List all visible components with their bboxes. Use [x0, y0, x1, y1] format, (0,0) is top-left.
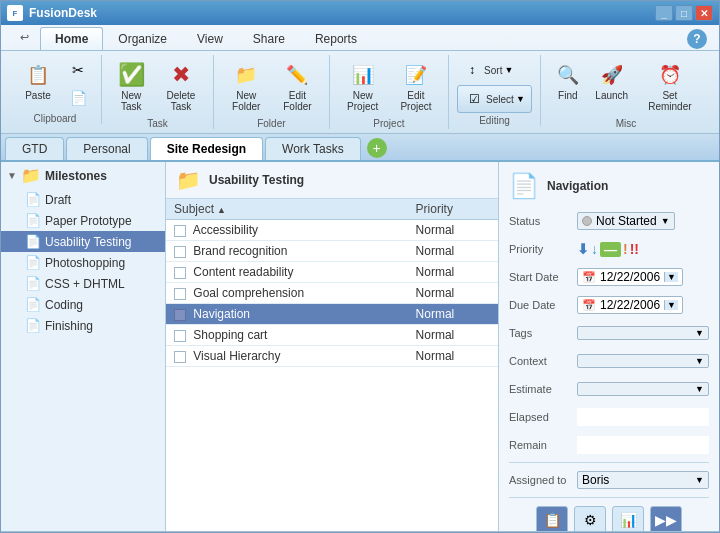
sidebar-item-photoshopping[interactable]: 📄 Photoshopping — [1, 252, 165, 273]
project-buttons: 📊 New Project 📝 Edit Project — [338, 55, 441, 116]
copy-button[interactable]: 📄 — [63, 85, 93, 111]
detail-title: 📄 Navigation — [509, 172, 709, 200]
task-checkbox[interactable] — [174, 225, 186, 237]
col-subject[interactable]: Subject ▲ — [166, 199, 408, 220]
status-label: Status — [509, 215, 577, 227]
table-row[interactable]: Navigation Normal — [166, 304, 498, 325]
editing-group: ↕ Sort ▼ ☑ Select ▼ Editing — [449, 55, 541, 126]
task-checkbox[interactable] — [174, 330, 186, 342]
priority-critical-icon[interactable]: !! — [630, 241, 639, 257]
sort-icon: ↕ — [462, 60, 482, 80]
tab-view[interactable]: View — [182, 27, 238, 50]
sort-arrow: ▲ — [217, 205, 226, 215]
edit-project-button[interactable]: 📝 Edit Project — [392, 57, 440, 116]
tab-work-tasks[interactable]: Work Tasks — [265, 137, 361, 160]
tab-bar: GTD Personal Site Redesign Work Tasks + — [1, 134, 719, 162]
misc-label: Misc — [616, 118, 637, 129]
maximize-button[interactable]: □ — [675, 5, 693, 21]
sort-button[interactable]: ↕ Sort ▼ — [457, 57, 532, 83]
tab-reports[interactable]: Reports — [300, 27, 372, 50]
remain-value — [577, 436, 709, 454]
tab-share[interactable]: Share — [238, 27, 300, 50]
photoshopping-icon: 📄 — [25, 255, 41, 270]
estimate-dropdown[interactable]: ▼ — [577, 382, 709, 396]
tags-dropdown[interactable]: ▼ — [577, 326, 709, 340]
launch-icon: 🚀 — [598, 61, 626, 89]
minimize-button[interactable]: _ — [655, 5, 673, 21]
tab-personal[interactable]: Personal — [66, 137, 147, 160]
task-list-panel: 📁 Usability Testing Subject ▲ Priority — [166, 162, 499, 531]
close-button[interactable]: ✕ — [695, 5, 713, 21]
sidebar-item-css-dhtml[interactable]: 📄 CSS + DHTML — [1, 273, 165, 294]
assigned-to-dropdown[interactable]: Boris ▼ — [577, 471, 709, 489]
priority-high-icon[interactable]: ! — [623, 241, 628, 257]
task-checkbox[interactable] — [174, 351, 186, 363]
sidebar-item-coding[interactable]: 📄 Coding — [1, 294, 165, 315]
help-button[interactable]: ? — [687, 29, 707, 49]
task-checkbox[interactable] — [174, 288, 186, 300]
due-date-field[interactable]: 📅 12/22/2006 ▼ — [577, 296, 683, 314]
paper-prototype-label: Paper Prototype — [45, 214, 132, 228]
new-task-button[interactable]: ✅ New Task — [110, 57, 153, 116]
add-tab-button[interactable]: + — [367, 138, 387, 158]
start-date-label: Start Date — [509, 271, 577, 283]
table-row[interactable]: Brand recognition Normal — [166, 241, 498, 262]
table-row[interactable]: Goal comprehension Normal — [166, 283, 498, 304]
sidebar-item-finishing[interactable]: 📄 Finishing — [1, 315, 165, 336]
new-project-button[interactable]: 📊 New Project — [338, 57, 388, 116]
editing-buttons: ↕ Sort ▼ ☑ Select ▼ — [457, 55, 532, 113]
title-bar: F FusionDesk _ □ ✕ — [1, 1, 719, 25]
detail-btn-1[interactable]: 📋 — [536, 506, 568, 531]
tab-site-redesign[interactable]: Site Redesign — [150, 137, 263, 160]
cut-button[interactable]: ✂ — [63, 57, 93, 83]
milestones-header[interactable]: ▼ 📁 Milestones — [1, 162, 165, 189]
window-controls[interactable]: _ □ ✕ — [655, 5, 713, 21]
task-checkbox[interactable] — [174, 267, 186, 279]
start-date-btn[interactable]: ▼ — [664, 272, 678, 282]
table-row[interactable]: Accessibility Normal — [166, 220, 498, 241]
tab-home[interactable]: Home — [40, 27, 103, 50]
sidebar-item-draft[interactable]: 📄 Draft — [1, 189, 165, 210]
detail-btn-2[interactable]: ⚙ — [574, 506, 606, 531]
status-dropdown[interactable]: Not Started ▼ — [577, 212, 675, 230]
table-row[interactable]: Content readability Normal — [166, 262, 498, 283]
start-date-field[interactable]: 📅 12/22/2006 ▼ — [577, 268, 683, 286]
detail-doc-icon: 📄 — [509, 172, 539, 200]
find-icon: 🔍 — [554, 61, 582, 89]
detail-bottom-icons: 📋 ⚙ 📊 ▶▶ — [509, 497, 709, 531]
tags-arrow: ▼ — [695, 328, 704, 338]
tab-organize[interactable]: Organize — [103, 27, 182, 50]
find-button[interactable]: 🔍 Find — [549, 57, 587, 105]
select-button[interactable]: ☑ Select ▼ — [457, 85, 532, 113]
detail-btn-4[interactable]: ▶▶ — [650, 506, 682, 531]
set-reminder-button[interactable]: ⏰ Set Reminder — [637, 57, 703, 116]
tab-gtd[interactable]: GTD — [5, 137, 64, 160]
table-row[interactable]: Shopping cart Normal — [166, 325, 498, 346]
paste-button[interactable]: 📋 Paste — [17, 57, 59, 105]
sidebar-item-paper-prototype[interactable]: 📄 Paper Prototype — [1, 210, 165, 231]
clipboard-label: Clipboard — [34, 113, 77, 124]
new-folder-icon: 📁 — [232, 61, 260, 89]
app-logo: F — [7, 5, 23, 21]
task-checkbox[interactable] — [174, 309, 186, 321]
edit-folder-icon: ✏️ — [283, 61, 311, 89]
priority-below-icon[interactable]: ↓ — [591, 241, 598, 257]
find-label: Find — [558, 90, 577, 101]
priority-low-icon[interactable]: ⬇ — [577, 241, 589, 257]
new-folder-button[interactable]: 📁 New Folder — [222, 57, 270, 116]
due-date-btn[interactable]: ▼ — [664, 300, 678, 310]
task-list-title: Usability Testing — [209, 173, 304, 187]
priority-normal-icon[interactable]: — — [600, 242, 621, 257]
task-subject-cell: Brand recognition — [166, 241, 408, 262]
context-dropdown[interactable]: ▼ — [577, 354, 709, 368]
sidebar-item-usability-testing[interactable]: 📄 Usability Testing — [1, 231, 165, 252]
tags-row: Tags ▼ — [509, 322, 709, 344]
tab-gtd-nav[interactable]: ↩ — [9, 27, 40, 50]
delete-task-button[interactable]: ✖ Delete Task — [157, 57, 206, 116]
edit-folder-button[interactable]: ✏️ Edit Folder — [274, 57, 320, 116]
detail-btn-3[interactable]: 📊 — [612, 506, 644, 531]
launch-button[interactable]: 🚀 Launch — [591, 57, 633, 105]
col-priority[interactable]: Priority — [408, 199, 498, 220]
task-checkbox[interactable] — [174, 246, 186, 258]
table-row[interactable]: Visual Hierarchy Normal — [166, 346, 498, 367]
